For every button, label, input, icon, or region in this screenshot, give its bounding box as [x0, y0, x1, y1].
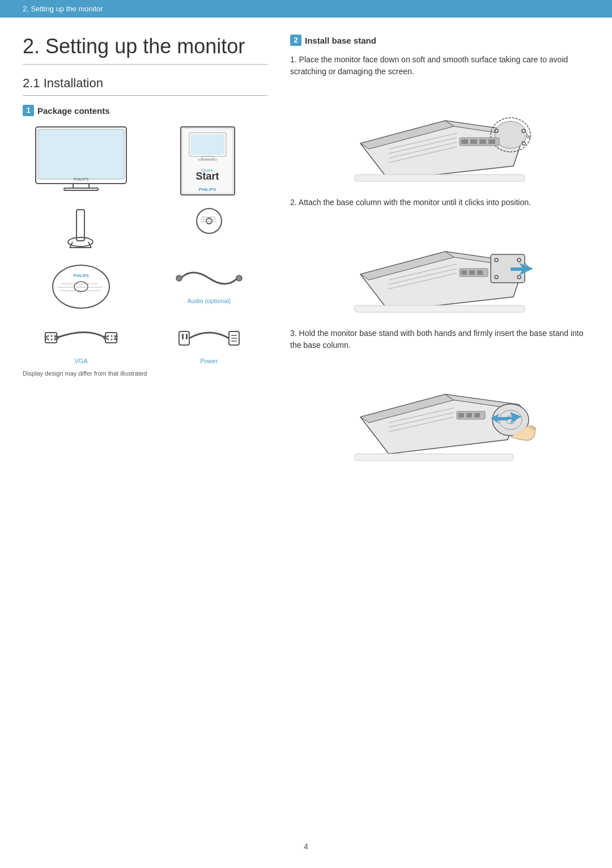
install-step-3: 3. Hold the monitor base stand with both… [290, 327, 589, 351]
disclaimer-text: Display design may differ from that illu… [23, 370, 267, 377]
package-item-stand [23, 207, 139, 252]
svg-point-19 [197, 209, 222, 233]
svg-point-39 [51, 339, 53, 341]
step1-illustration [290, 88, 589, 197]
svg-rect-94 [477, 270, 483, 275]
package-item-quickstart: Quick Start PHILIPS [151, 124, 267, 198]
svg-rect-112 [355, 454, 513, 461]
svg-rect-53 [182, 334, 184, 339]
audio-cable-icon [175, 261, 243, 295]
breadcrumb-text: 2. Setting up the monitor [23, 5, 103, 13]
disc-icon [195, 207, 223, 235]
svg-point-25 [74, 282, 88, 292]
right-column: 2 Install base stand 1. Place the monito… [284, 18, 589, 482]
svg-point-35 [48, 335, 49, 337]
svg-point-48 [111, 339, 113, 341]
package-item-cdrom: PHILIPS [23, 261, 139, 312]
cdrom-icon: PHILIPS [47, 261, 115, 312]
svg-point-45 [111, 335, 113, 337]
chapter-number: 2. [23, 35, 40, 58]
svg-rect-74 [470, 139, 477, 144]
svg-rect-93 [469, 270, 475, 275]
svg-text:PHILIPS: PHILIPS [198, 187, 216, 192]
svg-rect-14 [76, 210, 84, 241]
svg-rect-73 [461, 139, 468, 144]
section-21-title: 2.1 Installation [23, 76, 267, 96]
svg-point-47 [108, 339, 109, 341]
page-container: 2. Setting up the monitor 2. Setting up … [0, 0, 612, 868]
stand-icon [64, 207, 98, 252]
install-step-1: 1. Place the monitor face down on soft a… [290, 54, 589, 78]
audio-cable-label: Audio (optional) [187, 297, 231, 304]
vga-cable-label: VGA [74, 358, 87, 364]
svg-rect-1 [38, 129, 124, 179]
svg-rect-2 [73, 184, 89, 188]
package-contents-label: 1 Package contents [23, 105, 267, 116]
package-item-vga: VGA [23, 321, 139, 364]
vga-cable-icon [44, 321, 118, 355]
badge-1: 1 [23, 105, 34, 116]
power-cable-label: Power [200, 358, 218, 364]
svg-rect-96 [355, 305, 525, 312]
chapter-title-text: Setting up the monitor [45, 35, 245, 58]
monitor-icon: PHILIPS [30, 124, 132, 192]
step3-illustration [290, 361, 589, 482]
install-step-2: 2. Attach the base column with the monit… [290, 197, 589, 209]
package-grid: PHILIPS Quick [23, 124, 267, 364]
package-item-disc [151, 207, 267, 252]
step2-monitor-svg [343, 223, 536, 314]
svg-rect-104 [458, 413, 464, 418]
page-number: 4 [304, 842, 308, 851]
svg-text:Start: Start [196, 171, 219, 182]
quickstart-icon: Quick Start PHILIPS [178, 124, 240, 198]
svg-point-38 [48, 339, 49, 341]
svg-rect-75 [479, 139, 486, 144]
svg-rect-92 [461, 270, 467, 275]
step2-illustration [290, 219, 589, 327]
left-column: 2. Setting up the monitor 2.1 Installati… [23, 18, 284, 482]
power-cable-icon [178, 321, 240, 355]
svg-point-36 [51, 335, 53, 337]
package-item-audio: Audio (optional) [151, 261, 267, 312]
svg-text:PHILIPS: PHILIPS [74, 177, 89, 181]
svg-point-44 [108, 335, 109, 337]
svg-rect-54 [186, 334, 188, 339]
badge-2: 2 [290, 35, 301, 46]
svg-rect-8 [191, 134, 224, 155]
step1-monitor-svg [343, 92, 536, 183]
package-item-power: Power [151, 321, 267, 364]
step3-monitor-svg [343, 366, 536, 468]
svg-rect-105 [466, 413, 472, 418]
svg-point-24 [53, 265, 109, 308]
chapter-title: 2. Setting up the monitor [23, 35, 267, 65]
svg-rect-52 [179, 331, 189, 345]
package-item-monitor: PHILIPS [23, 124, 139, 198]
install-base-stand-label: 2 Install base stand [290, 35, 589, 46]
svg-text:PHILIPS: PHILIPS [73, 274, 89, 278]
svg-rect-3 [64, 188, 98, 190]
svg-rect-76 [488, 139, 495, 144]
breadcrumb: 2. Setting up the monitor [0, 0, 612, 18]
svg-rect-77 [355, 175, 525, 181]
svg-point-15 [68, 237, 93, 246]
svg-rect-106 [474, 413, 480, 418]
